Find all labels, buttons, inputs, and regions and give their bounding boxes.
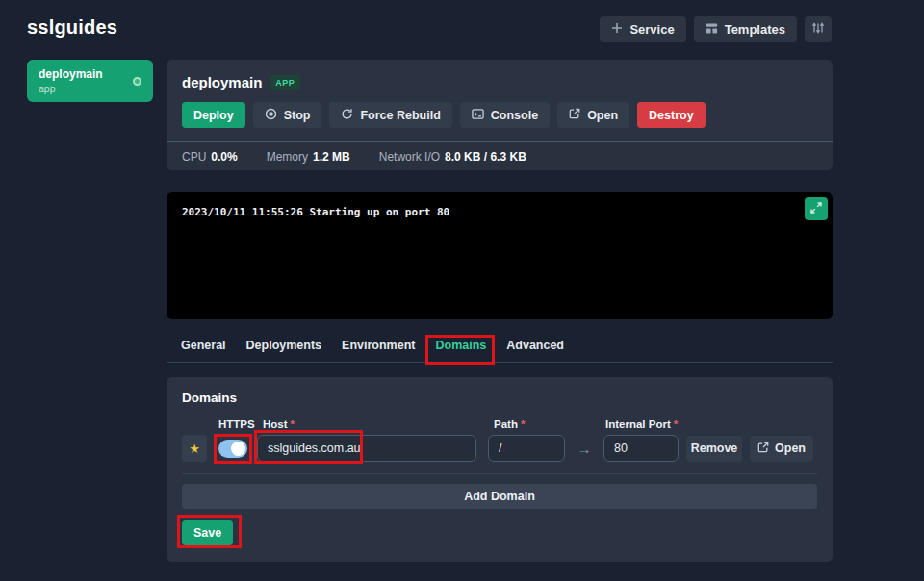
network-stat: Network I/O 8.0 KB / 6.3 KB bbox=[379, 150, 526, 164]
service-tabs: General Deployments Environment Domains … bbox=[167, 339, 833, 363]
page-title: sslguides bbox=[27, 16, 117, 38]
external-link-icon bbox=[569, 108, 580, 122]
star-column-spacer bbox=[182, 418, 207, 430]
path-label: Path* bbox=[488, 418, 565, 430]
memory-stat: Memory 1.2 MB bbox=[267, 150, 350, 164]
internal-port-field-wrap bbox=[603, 435, 679, 462]
service-stats: CPU 0.0% Memory 1.2 MB Network I/O 8.0 K… bbox=[167, 141, 833, 170]
tab-advanced[interactable]: Advanced bbox=[506, 339, 564, 362]
required-marker: * bbox=[674, 418, 678, 430]
tab-domains[interactable]: Domains bbox=[435, 339, 486, 362]
tab-environment[interactable]: Environment bbox=[342, 339, 415, 362]
arrow-column-spacer bbox=[573, 418, 596, 430]
memory-value: 1.2 MB bbox=[313, 150, 350, 164]
required-marker: * bbox=[291, 418, 295, 430]
save-button[interactable]: Save bbox=[182, 520, 233, 545]
open-button[interactable]: Open bbox=[557, 102, 629, 128]
sliders-icon bbox=[811, 21, 825, 38]
add-service-label: Service bbox=[629, 22, 674, 37]
domain-form-labels: HTTPS Host* Path* Internal Port* bbox=[182, 418, 817, 430]
cpu-value: 0.0% bbox=[211, 150, 237, 164]
destroy-button[interactable]: Destroy bbox=[637, 102, 706, 128]
sidebar-service-info: deploymain app bbox=[38, 67, 103, 94]
console-log-panel[interactable]: 2023/10/11 11:55:26 Starting up on port … bbox=[167, 192, 833, 319]
path-input[interactable] bbox=[488, 435, 565, 462]
sidebar-service-name: deploymain bbox=[38, 67, 103, 81]
topbar-actions: Service Templates bbox=[600, 16, 832, 42]
domains-title: Domains bbox=[182, 391, 817, 405]
templates-button[interactable]: Templates bbox=[694, 16, 797, 42]
refresh-icon bbox=[341, 108, 353, 123]
service-actions: Deploy Stop Force Rebuild Console Open D… bbox=[167, 90, 833, 141]
console-button[interactable]: Console bbox=[460, 102, 550, 128]
status-dot-icon bbox=[133, 77, 141, 86]
memory-label: Memory bbox=[267, 150, 308, 164]
required-marker: * bbox=[521, 418, 525, 430]
templates-label: Templates bbox=[725, 22, 785, 37]
service-header-card: deploymain APP Deploy Stop Force Rebuild… bbox=[167, 60, 833, 170]
star-icon: ★ bbox=[189, 442, 200, 456]
force-rebuild-label: Force Rebuild bbox=[360, 109, 440, 122]
host-label: Host* bbox=[257, 418, 476, 430]
cpu-stat: CPU 0.0% bbox=[182, 150, 238, 164]
https-toggle-wrap bbox=[218, 440, 247, 458]
stop-icon bbox=[265, 108, 277, 123]
https-toggle[interactable] bbox=[218, 440, 247, 458]
https-label: HTTPS bbox=[218, 418, 247, 430]
path-label-text: Path bbox=[494, 418, 518, 430]
console-label: Console bbox=[491, 109, 538, 122]
expand-console-button[interactable] bbox=[805, 197, 828, 220]
internal-port-label-text: Internal Port bbox=[605, 418, 671, 430]
open-label: Open bbox=[587, 109, 618, 122]
terminal-icon bbox=[472, 108, 484, 123]
save-button-wrap: Save bbox=[182, 520, 233, 545]
stop-label: Stop bbox=[284, 109, 311, 122]
divider bbox=[182, 473, 817, 474]
host-field-wrap bbox=[257, 435, 476, 462]
add-service-button[interactable]: Service bbox=[600, 16, 685, 42]
tab-deployments[interactable]: Deployments bbox=[246, 339, 322, 362]
tab-general[interactable]: General bbox=[181, 339, 226, 362]
sidebar-service-type: app bbox=[38, 83, 103, 94]
network-value: 8.0 KB / 6.3 KB bbox=[445, 150, 526, 164]
arrow-right-icon: → bbox=[573, 441, 596, 457]
host-label-text: Host bbox=[263, 418, 288, 430]
stop-button[interactable]: Stop bbox=[253, 102, 322, 128]
path-field-wrap bbox=[488, 435, 565, 462]
internal-port-label: Internal Port* bbox=[603, 418, 679, 430]
console-log-line: 2023/10/11 11:55:26 Starting up on port … bbox=[182, 206, 449, 218]
primary-domain-star-button[interactable]: ★ bbox=[182, 435, 207, 462]
service-type-badge: APP bbox=[270, 75, 300, 90]
network-label: Network I/O bbox=[379, 150, 440, 164]
internal-port-input[interactable] bbox=[603, 435, 679, 462]
external-link-icon bbox=[757, 442, 769, 456]
host-input[interactable] bbox=[257, 435, 476, 462]
toggle-knob bbox=[231, 442, 245, 456]
force-rebuild-button[interactable]: Force Rebuild bbox=[329, 102, 451, 128]
deploy-button[interactable]: Deploy bbox=[182, 102, 245, 128]
service-title-row: deploymain APP bbox=[167, 60, 833, 90]
open-domain-label: Open bbox=[775, 442, 806, 455]
layout-adjust-button[interactable] bbox=[805, 16, 832, 42]
add-domain-button[interactable]: Add Domain bbox=[182, 484, 817, 509]
service-name: deploymain bbox=[182, 74, 262, 90]
expand-icon bbox=[809, 201, 823, 217]
templates-icon bbox=[706, 22, 718, 38]
deployment-panel: sslguides Service Templates deploymain a… bbox=[0, 0, 924, 581]
remove-domain-button[interactable]: Remove bbox=[686, 436, 742, 462]
sidebar-item-deploymain[interactable]: deploymain app bbox=[27, 60, 153, 102]
cpu-label: CPU bbox=[182, 150, 206, 164]
open-domain-button[interactable]: Open bbox=[750, 436, 813, 462]
domain-row: ★ → Remove Open bbox=[182, 435, 817, 462]
domains-panel: Domains HTTPS Host* Path* Internal Port*… bbox=[167, 377, 833, 562]
plus-icon bbox=[611, 22, 623, 37]
